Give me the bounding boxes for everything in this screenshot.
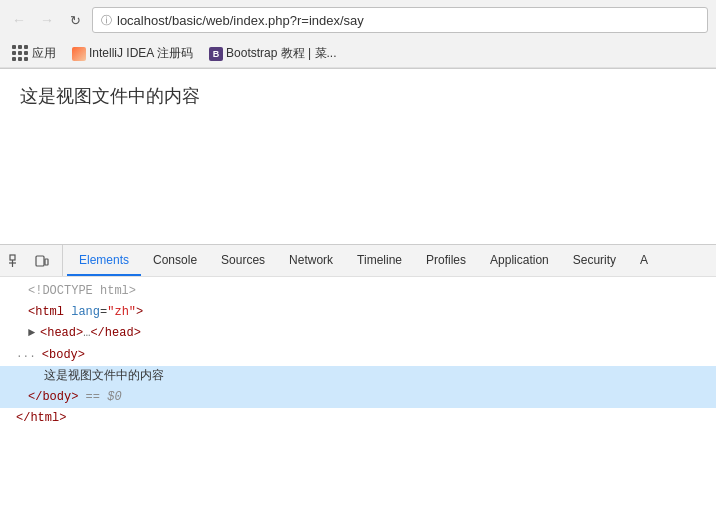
bookmark-bootstrap-label: Bootstrap 教程 | 菜... xyxy=(226,45,336,62)
tab-application[interactable]: Application xyxy=(478,245,561,276)
body-pseudo-eq: == $0 xyxy=(78,388,121,407)
tab-security[interactable]: Security xyxy=(561,245,628,276)
bookmark-apps-label: 应用 xyxy=(32,45,56,62)
bootstrap-icon: B xyxy=(209,47,223,61)
page-main-text: 这是视图文件中的内容 xyxy=(20,84,696,108)
address-base: localhost xyxy=(117,13,168,28)
intellij-icon xyxy=(72,47,86,61)
address-bar[interactable]: ⓘ localhost/basic/web/index.php?r=index/… xyxy=(92,7,708,33)
tab-console[interactable]: Console xyxy=(141,245,209,276)
tab-elements[interactable]: Elements xyxy=(67,245,141,276)
head-tag-close-inline: </head> xyxy=(90,324,140,343)
refresh-button[interactable]: ↻ xyxy=(64,9,86,31)
apps-grid-icon xyxy=(12,45,29,62)
bookmarks-bar: 应用 IntelliJ IDEA 注册码 B Bootstrap 教程 | 菜.… xyxy=(0,40,716,68)
bookmark-intellij-label: IntelliJ IDEA 注册码 xyxy=(89,45,193,62)
address-text: localhost/basic/web/index.php?r=index/sa… xyxy=(117,13,364,28)
doctype-arrow xyxy=(16,282,28,301)
html-attr-name: lang xyxy=(64,303,100,322)
tab-sources[interactable]: Sources xyxy=(209,245,277,276)
tab-timeline[interactable]: Timeline xyxy=(345,245,414,276)
html-close-line: </html> xyxy=(0,408,716,429)
security-icon: ⓘ xyxy=(101,13,112,28)
bookmark-apps[interactable]: 应用 xyxy=(8,43,60,64)
head-arrow[interactable]: ► xyxy=(28,324,40,343)
body-text-content: 这是视图文件中的内容 xyxy=(44,367,164,386)
body-open-line[interactable]: ... <body> xyxy=(0,345,716,366)
dom-tree: <!DOCTYPE html> <html lang="zh" > ► <hea… xyxy=(0,277,716,433)
browser-chrome: ← → ↻ ⓘ localhost/basic/web/index.php?r=… xyxy=(0,0,716,69)
tab-profiles[interactable]: Profiles xyxy=(414,245,478,276)
html-open-line: <html lang="zh" > xyxy=(0,302,716,323)
svg-rect-3 xyxy=(36,256,44,266)
head-dots: … xyxy=(83,324,90,343)
address-path: /basic/web/index.php?r=index/say xyxy=(168,13,363,28)
devtools-toolbar: Elements Console Sources Network Timelin… xyxy=(0,245,716,277)
devtools-left-icons xyxy=(4,245,63,276)
body-tag-open: <body> xyxy=(42,346,85,365)
html-arrow xyxy=(16,303,28,322)
body-dots-prefix: ... xyxy=(16,346,36,364)
body-text-line[interactable]: 这是视图文件中的内容 xyxy=(0,366,716,387)
inspect-element-button[interactable] xyxy=(4,249,28,273)
body-close-line[interactable]: </body> == $0 xyxy=(0,387,716,408)
doctype-line: <!DOCTYPE html> xyxy=(0,281,716,302)
html-tag-close-full: </html> xyxy=(16,409,66,428)
page-content: 这是视图文件中的内容 xyxy=(0,69,716,244)
body-tag-close: </body> xyxy=(28,388,78,407)
html-attr-eq: = xyxy=(100,303,107,322)
forward-button[interactable]: → xyxy=(36,9,58,31)
nav-bar: ← → ↻ ⓘ localhost/basic/web/index.php?r=… xyxy=(0,0,716,40)
html-attr-value: "zh" xyxy=(107,303,136,322)
tab-more[interactable]: A xyxy=(628,245,660,276)
doctype-text: <!DOCTYPE html> xyxy=(28,282,136,301)
devtools-tabs: Elements Console Sources Network Timelin… xyxy=(67,245,712,276)
html-tag-open: <html xyxy=(28,303,64,322)
head-line[interactable]: ► <head>…</head> xyxy=(0,323,716,344)
head-tag-open: <head> xyxy=(40,324,83,343)
device-mode-button[interactable] xyxy=(30,249,54,273)
svg-rect-0 xyxy=(10,255,15,260)
bookmark-bootstrap[interactable]: B Bootstrap 教程 | 菜... xyxy=(205,43,340,64)
html-tag-close: > xyxy=(136,303,143,322)
back-button[interactable]: ← xyxy=(8,9,30,31)
devtools-panel: Elements Console Sources Network Timelin… xyxy=(0,244,716,494)
devtools-dom-content: <!DOCTYPE html> <html lang="zh" > ► <hea… xyxy=(0,277,716,494)
tab-network[interactable]: Network xyxy=(277,245,345,276)
bookmark-intellij[interactable]: IntelliJ IDEA 注册码 xyxy=(68,43,197,64)
svg-rect-4 xyxy=(45,259,48,265)
